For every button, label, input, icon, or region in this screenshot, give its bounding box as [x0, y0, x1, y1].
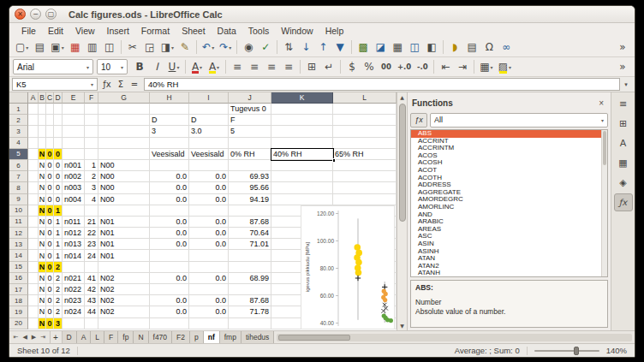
column-header-B[interactable]: B — [39, 92, 46, 104]
cell-G9[interactable]: N00 — [98, 194, 150, 205]
sum-button[interactable]: Σ — [114, 78, 128, 91]
cell-A4[interactable] — [28, 138, 39, 149]
cell-B13[interactable]: N — [39, 239, 46, 250]
toolbar-overflow-button[interactable]: » — [615, 39, 630, 56]
cell-H9[interactable]: 0.0 — [150, 194, 189, 205]
cell-L5[interactable]: 65% RH — [333, 149, 397, 160]
cell-D6[interactable]: 0 — [54, 160, 63, 171]
align-right-button[interactable]: ≡ — [264, 59, 279, 75]
cell-I19[interactable]: 0.0 — [189, 306, 229, 317]
cell-G8[interactable]: N00 — [98, 182, 150, 193]
sort-button[interactable]: ⇅ — [281, 39, 296, 56]
embedded-chart[interactable]: igevus pikkiudu [MPa]120.00100.0080.0060… — [301, 205, 395, 329]
function-wizard-button[interactable]: ƒx — [100, 78, 114, 91]
row-header-3[interactable]: 3 — [9, 126, 28, 137]
cell-L4[interactable] — [333, 138, 397, 149]
cell-F7[interactable]: 2 — [85, 171, 98, 182]
cell-I13[interactable]: 0.0 — [189, 239, 229, 250]
cell-E17[interactable]: n022 — [63, 284, 85, 295]
cell-I16[interactable]: 0.0 — [189, 273, 229, 284]
highlighting-color-button[interactable]: A▾ — [206, 59, 222, 75]
cell-E8[interactable]: n003 — [63, 182, 85, 193]
row-header-18[interactable]: 18 — [9, 295, 28, 306]
row-header-16[interactable]: 16 — [9, 273, 28, 284]
cell-C10[interactable]: 0 — [46, 205, 54, 217]
cell-H5[interactable]: Veesisald — [150, 149, 189, 160]
cell-F20[interactable] — [85, 318, 98, 329]
cell-D12[interactable]: 1 — [54, 228, 63, 239]
cell-E2[interactable] — [63, 115, 85, 126]
maximize-button[interactable]: ▢ — [45, 9, 57, 20]
cell-C13[interactable]: 0 — [46, 239, 54, 250]
formula-input[interactable]: 40% RH — [144, 78, 620, 91]
menu-item-window[interactable]: Window — [275, 25, 319, 37]
function-item-atan2[interactable]: ATAN2 — [411, 263, 607, 270]
cell-B15[interactable]: N — [39, 262, 46, 273]
cell-E15[interactable] — [63, 262, 85, 273]
cell-H8[interactable]: 0.0 — [150, 182, 189, 193]
cell-I1[interactable] — [189, 104, 229, 115]
cell-C15[interactable]: 0 — [46, 262, 54, 273]
cell-J18[interactable]: 87.68 — [229, 295, 271, 306]
cell-H4[interactable] — [150, 138, 189, 149]
cell-F14[interactable]: 24 — [85, 250, 98, 261]
bold-button[interactable]: B — [132, 59, 147, 75]
cell-E7[interactable]: n002 — [63, 171, 85, 182]
function-list-scrollbar[interactable] — [601, 130, 607, 276]
cell-D20[interactable]: 3 — [54, 318, 63, 329]
row-header-2[interactable]: 2 — [9, 115, 28, 126]
cell-J20[interactable] — [229, 318, 271, 329]
cell-J11[interactable]: 87.68 — [229, 217, 271, 228]
align-justified-button[interactable]: ≡ — [281, 59, 296, 75]
cell-H1[interactable] — [150, 104, 189, 115]
column-header-K[interactable]: K — [271, 92, 333, 104]
cell-J4[interactable] — [229, 138, 271, 149]
cell-A2[interactable] — [28, 115, 39, 126]
cell-G11[interactable]: N01 — [98, 217, 150, 228]
cell-A1[interactable] — [28, 104, 39, 115]
cell-F5[interactable] — [85, 149, 98, 160]
navigator-tab[interactable]: ◈ — [614, 174, 633, 192]
cell-G13[interactable]: N01 — [98, 239, 150, 250]
open-button[interactable]: ▤ — [32, 39, 47, 56]
cut-button[interactable]: ✂ — [125, 39, 140, 56]
function-wizard-icon[interactable]: ƒx — [410, 113, 427, 128]
cell-B10[interactable]: N — [39, 205, 46, 217]
borders-button[interactable]: ▦▾ — [478, 59, 494, 75]
category-dropdown[interactable]: All ▾ — [430, 113, 608, 128]
font-color-button[interactable]: A▾ — [189, 59, 205, 75]
cell-G16[interactable]: N02 — [98, 273, 150, 284]
next-sheet-button[interactable]: ▶ — [29, 334, 38, 341]
row-header-20[interactable]: 20 — [9, 318, 28, 329]
column-header-H[interactable]: H — [150, 92, 189, 104]
cell-C19[interactable]: 0 — [46, 306, 54, 317]
cell-I11[interactable]: 0.0 — [189, 217, 229, 228]
cell-F16[interactable]: 41 — [85, 273, 98, 284]
cell-J13[interactable]: 71.01 — [229, 239, 271, 250]
print-button[interactable]: ▥ — [85, 39, 100, 56]
cell-L1[interactable] — [333, 104, 397, 115]
cell-A15[interactable] — [28, 262, 39, 273]
spelling-button[interactable]: ✓ — [258, 39, 273, 56]
cell-A20[interactable] — [28, 318, 39, 329]
paste-button[interactable]: ◨▾ — [159, 39, 176, 56]
cell-L3[interactable] — [333, 126, 397, 137]
cell-D17[interactable]: 2 — [54, 284, 63, 295]
cell-I8[interactable]: 0.0 — [189, 182, 229, 193]
cell-G15[interactable] — [98, 262, 150, 273]
cell-B12[interactable]: N — [39, 228, 46, 239]
cell-D1[interactable] — [54, 104, 63, 115]
copy-button[interactable]: ◲ — [142, 39, 158, 56]
sheet-tab-D[interactable]: D — [63, 331, 77, 343]
cell-H19[interactable]: 0.0 — [150, 306, 189, 317]
find-replace-button[interactable]: ◉ — [241, 39, 256, 56]
cell-I3[interactable]: 3.0 — [189, 126, 229, 137]
cell-A16[interactable] — [28, 273, 39, 284]
cell-C7[interactable]: 0 — [46, 171, 54, 182]
cell-E5[interactable] — [63, 149, 85, 160]
cell-A9[interactable] — [28, 194, 39, 205]
cell-C3[interactable] — [46, 126, 54, 137]
underline-button[interactable]: U▾ — [166, 59, 182, 75]
increase-indent-button[interactable]: ⇥ — [455, 59, 470, 75]
cell-A7[interactable] — [28, 171, 39, 182]
